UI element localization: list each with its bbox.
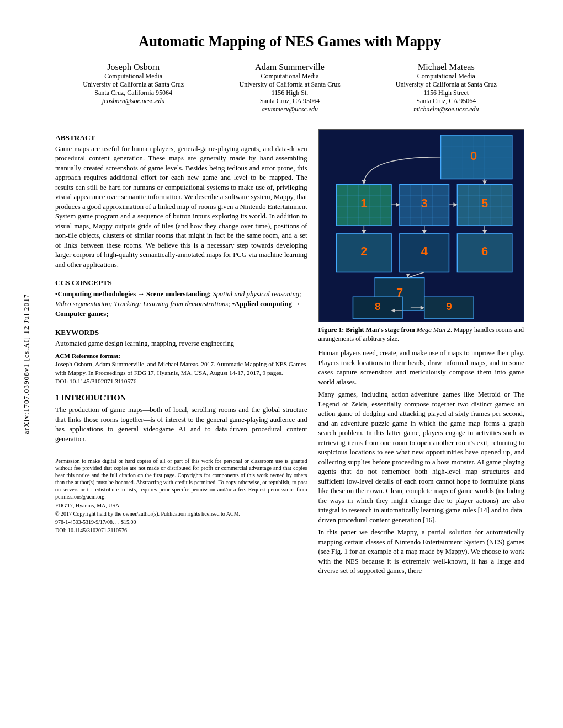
author-3-email: michaelm@soe.ucsc.edu bbox=[368, 105, 524, 114]
abstract-text: Game maps are useful for human players, … bbox=[55, 144, 307, 270]
author-2-addr2: Santa Cruz, CA 95064 bbox=[211, 97, 368, 105]
author-3-uni: University of California at Santa Cruz bbox=[368, 81, 524, 89]
acm-ref-block: ACM Reference format: Joseph Osborn, Ada… bbox=[55, 352, 307, 386]
footer-doi: DOI: 10.1145/3102071.3110576 bbox=[55, 527, 307, 534]
author-1-email: jcosborn@soe.ucsc.edu bbox=[55, 97, 211, 105]
author-3-addr2: Santa Cruz, CA 95064 bbox=[368, 97, 524, 105]
acm-ref-doi: DOI: 10.1145/3102071.3110576 bbox=[55, 378, 136, 384]
section1-text1: The production of game maps—both of loca… bbox=[55, 405, 307, 444]
author-1-name: Joseph Osborn bbox=[55, 62, 211, 72]
figure-svg: 0 1 bbox=[319, 130, 524, 322]
authors-row: Joseph Osborn Computational Media Univer… bbox=[55, 62, 524, 114]
author-1: Joseph Osborn Computational Media Univer… bbox=[55, 62, 211, 114]
figure-caption-bold: Figure 1: Bright Man's stage from bbox=[318, 326, 417, 334]
author-3-dept: Computational Media bbox=[368, 72, 524, 81]
section1-text2: Human players need, create, and make use… bbox=[318, 349, 525, 387]
svg-text:2: 2 bbox=[360, 244, 367, 258]
paper-title: Automatic Mapping of NES Games with Mapp… bbox=[55, 33, 524, 50]
footer-conference: FDG'17, Hyannis, MA, USA bbox=[55, 502, 307, 509]
left-column: ABSTRACT Game maps are useful for human … bbox=[55, 125, 307, 579]
author-1-dept: Computational Media bbox=[55, 72, 211, 81]
author-2-dept: Computational Media bbox=[211, 72, 368, 81]
section1-text3: Many games, including action-adventure g… bbox=[318, 390, 525, 525]
svg-text:3: 3 bbox=[421, 196, 427, 210]
acm-ref-text: Joseph Osborn, Adam Summerville, and Mic… bbox=[55, 361, 306, 376]
ccs-line1: •Computing methodologies → Scene underst… bbox=[55, 290, 307, 319]
author-3-addr1: 1156 High Street bbox=[368, 89, 524, 97]
keywords-heading: KEYWORDS bbox=[55, 328, 307, 337]
author-2: Adam Summerville Computational Media Uni… bbox=[211, 62, 368, 114]
figure-1-image: 0 1 bbox=[318, 129, 525, 322]
footer-isbn: 978-1-4503-5319-9/17/08. . . $15.00 bbox=[55, 518, 307, 526]
author-2-email: asummerv@ucsc.edu bbox=[211, 105, 368, 114]
arxiv-label: arXiv:1707.03908v1 [cs.AI] 12 Jul 2017 bbox=[22, 294, 31, 435]
abstract-heading: ABSTRACT bbox=[55, 133, 307, 142]
ccs-heading: CCS CONCEPTS bbox=[55, 279, 307, 287]
svg-text:5: 5 bbox=[481, 196, 488, 210]
ccs-bold-1: •Computing methodologies → Scene underst… bbox=[55, 290, 211, 298]
footer-note: Permission to make digital or hard copie… bbox=[55, 454, 307, 534]
author-2-uni: University of California at Santa Cruz bbox=[211, 81, 368, 89]
footer-text: Permission to make digital or hard copie… bbox=[55, 457, 307, 500]
figure-caption-italic: Mega Man 2 bbox=[417, 326, 450, 334]
author-3-name: Michael Mateas bbox=[368, 62, 524, 72]
author-1-addr1: Santa Cruz, California 95064 bbox=[55, 89, 211, 97]
author-1-uni: University of California at Santa Cruz bbox=[55, 81, 211, 89]
figure-1-container: 0 1 bbox=[318, 129, 525, 343]
right-column: 0 1 bbox=[318, 125, 525, 579]
svg-text:6: 6 bbox=[481, 244, 488, 258]
acm-ref-title: ACM Reference format: bbox=[55, 352, 120, 359]
author-3: Michael Mateas Computational Media Unive… bbox=[368, 62, 524, 114]
figure-1-caption: Figure 1: Bright Man's stage from Mega M… bbox=[318, 325, 525, 343]
section1-text4: In this paper we describe Mappy, a parti… bbox=[318, 528, 525, 576]
svg-text:1: 1 bbox=[360, 196, 367, 210]
svg-text:8: 8 bbox=[374, 301, 380, 312]
author-2-addr1: 1156 High St. bbox=[211, 89, 368, 97]
author-2-name: Adam Summerville bbox=[211, 62, 368, 72]
arxiv-watermark: arXiv:1707.03908v1 [cs.AI] 12 Jul 2017 bbox=[4, 0, 49, 728]
svg-text:4: 4 bbox=[421, 244, 428, 258]
footer-copyright: © 2017 Copyright held by the owner/autho… bbox=[55, 510, 307, 517]
section1-heading: 1 INTRODUCTION bbox=[55, 393, 307, 403]
svg-text:9: 9 bbox=[446, 301, 452, 312]
keywords-text: Automated game design learning, mapping,… bbox=[55, 339, 307, 349]
